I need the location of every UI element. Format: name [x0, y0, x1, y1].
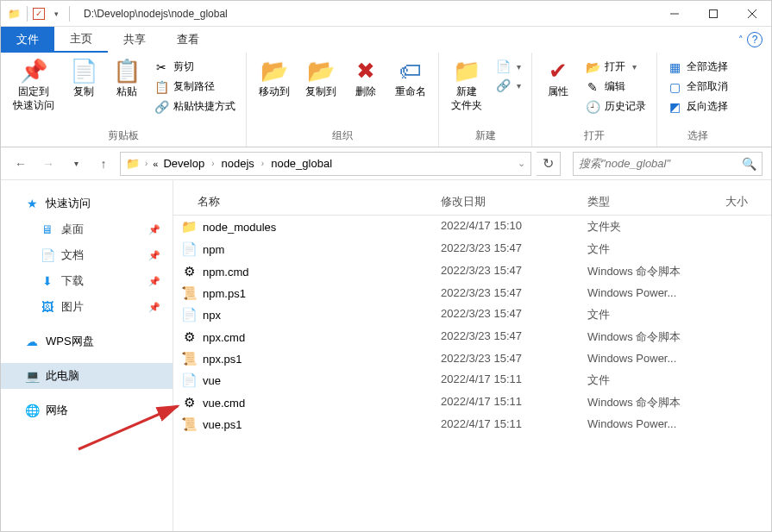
- maximize-button[interactable]: [694, 1, 732, 27]
- rename-icon: 🏷: [399, 59, 422, 82]
- file-icon: 📁: [182, 220, 196, 234]
- paste-button[interactable]: 📋 粘贴: [108, 56, 146, 103]
- select-none-icon: ▢: [668, 80, 681, 94]
- search-input[interactable]: [579, 157, 742, 170]
- chevron-right-icon[interactable]: ›: [210, 159, 216, 168]
- file-row[interactable]: 📄npm2022/3/23 15:47文件: [173, 238, 771, 260]
- qat-dropdown-icon[interactable]: ▾: [48, 6, 64, 22]
- column-date[interactable]: 修改日期: [432, 194, 579, 210]
- address-bar[interactable]: 📁 › « Develop › nodejs › node_global ⌄: [120, 152, 531, 176]
- svg-rect-1: [709, 9, 717, 17]
- properties-button[interactable]: ✔属性: [539, 56, 577, 103]
- copy-path-button[interactable]: 📋复制路径: [151, 78, 239, 96]
- sidebar-item-downloads[interactable]: ⬇下载📌: [1, 268, 173, 294]
- new-folder-button[interactable]: 📁新建 文件夹: [446, 56, 487, 116]
- history-icon: 🕘: [586, 100, 599, 114]
- file-icon: 📄: [182, 373, 196, 387]
- file-row[interactable]: ⚙vue.cmd2022/4/17 15:11Windows 命令脚本: [173, 391, 771, 414]
- select-all-button[interactable]: ▦全部选择: [664, 58, 731, 76]
- search-icon[interactable]: 🔍: [742, 157, 756, 171]
- file-type: Windows 命令脚本: [579, 264, 717, 279]
- file-name: npm: [203, 243, 224, 256]
- desktop-icon: 🖥: [41, 222, 54, 236]
- file-row[interactable]: 📜vue.ps12022/4/17 15:11Windows Power...: [173, 414, 771, 435]
- cut-button[interactable]: ✂剪切: [151, 58, 239, 76]
- column-headers: 名称 修改日期 类型 大小: [173, 189, 771, 216]
- open-icon: 📂: [586, 60, 599, 74]
- select-none-button[interactable]: ▢全部取消: [664, 78, 731, 96]
- breadcrumb-develop[interactable]: Develop: [161, 157, 206, 170]
- easy-access-icon: 🔗: [496, 78, 510, 92]
- tab-share[interactable]: 共享: [108, 27, 161, 53]
- search-box[interactable]: 🔍: [573, 152, 763, 176]
- pin-to-quick-access-button[interactable]: 📌 固定到 快速访问: [8, 56, 60, 116]
- file-icon: 📄: [182, 308, 196, 322]
- file-icon: 📜: [182, 352, 196, 366]
- file-date: 2022/4/17 15:10: [432, 219, 579, 235]
- file-row[interactable]: 📁node_modules2022/4/17 15:10文件夹: [173, 216, 771, 238]
- cloud-icon: ☁: [25, 335, 39, 348]
- column-name[interactable]: 名称: [173, 194, 432, 210]
- breadcrumb-nodejs[interactable]: nodejs: [220, 157, 256, 170]
- file-date: 2022/4/17 15:11: [432, 417, 579, 431]
- edit-button[interactable]: ✎编辑: [582, 78, 650, 96]
- file-row[interactable]: ⚙npm.cmd2022/3/23 15:47Windows 命令脚本: [173, 260, 771, 283]
- back-button[interactable]: ←: [9, 153, 32, 175]
- file-row[interactable]: 📜npx.ps12022/3/23 15:47Windows Power...: [173, 348, 771, 369]
- copyto-button[interactable]: 📂复制到: [300, 56, 342, 103]
- network-icon: 🌐: [25, 404, 39, 417]
- refresh-button[interactable]: ↻: [537, 152, 561, 176]
- delete-button[interactable]: ✖删除: [347, 56, 385, 103]
- chevron-up-icon[interactable]: ˄: [738, 34, 744, 46]
- moveto-button[interactable]: 📂移动到: [254, 56, 295, 103]
- sidebar-item-desktop[interactable]: 🖥桌面📌: [1, 216, 173, 242]
- ribbon: 📌 固定到 快速访问 📄 复制 📋 粘贴 ✂剪切 📋复制路径 🔗粘贴快捷方式: [1, 53, 771, 147]
- breadcrumb-node-global[interactable]: node_global: [269, 157, 334, 170]
- minimize-button[interactable]: [655, 1, 694, 27]
- help-icon[interactable]: ?: [747, 32, 763, 47]
- rename-button[interactable]: 🏷重命名: [390, 56, 431, 103]
- new-item-button[interactable]: 📄▾: [493, 58, 524, 75]
- chevron-right-icon[interactable]: ›: [143, 159, 149, 168]
- paste-shortcut-button[interactable]: 🔗粘贴快捷方式: [151, 97, 239, 116]
- cut-icon: ✂: [154, 60, 168, 74]
- delete-icon: ✖: [356, 59, 375, 82]
- checkbox-icon[interactable]: ✓: [33, 8, 45, 20]
- address-dropdown-icon[interactable]: ⌄: [518, 158, 525, 169]
- group-select-label: 选择: [664, 127, 731, 145]
- sidebar-item-pictures[interactable]: 🖼图片📌: [1, 294, 173, 320]
- chevron-right-icon[interactable]: ›: [260, 159, 266, 168]
- copy-button[interactable]: 📄 复制: [65, 56, 103, 103]
- history-button[interactable]: 🕘历史记录: [582, 97, 650, 116]
- tab-home[interactable]: 主页: [54, 27, 108, 53]
- history-dropdown-button[interactable]: ▾: [65, 153, 87, 175]
- sidebar-item-documents[interactable]: 📄文档📌: [1, 242, 173, 268]
- open-button[interactable]: 📂打开▾: [582, 58, 650, 76]
- copy-path-icon: 📋: [154, 80, 168, 94]
- file-type: Windows Power...: [579, 286, 717, 300]
- quick-access-toolbar: 📁 ✓ ▾: [1, 6, 77, 22]
- up-button[interactable]: ↑: [92, 153, 115, 175]
- forward-button[interactable]: →: [37, 153, 60, 175]
- column-type[interactable]: 类型: [579, 194, 717, 210]
- column-size[interactable]: 大小: [717, 194, 769, 210]
- file-name: npx.cmd: [203, 331, 245, 344]
- sidebar-item-wps[interactable]: ☁WPS网盘: [1, 329, 173, 354]
- tab-view[interactable]: 查看: [161, 27, 215, 53]
- file-date: 2022/4/17 15:11: [432, 395, 579, 410]
- file-name: vue: [203, 374, 221, 387]
- file-row[interactable]: 📄npx2022/3/23 15:47文件: [173, 304, 771, 326]
- file-row[interactable]: 📄vue2022/4/17 15:11文件: [173, 369, 771, 391]
- file-row[interactable]: 📜npm.ps12022/3/23 15:47Windows Power...: [173, 283, 771, 304]
- file-date: 2022/3/23 15:47: [432, 286, 579, 300]
- file-name: vue.cmd: [203, 397, 245, 410]
- sidebar-item-network[interactable]: 🌐网络: [1, 397, 173, 423]
- sidebar-item-this-pc[interactable]: 💻此电脑: [1, 363, 173, 389]
- close-button[interactable]: [732, 1, 771, 27]
- group-organize-label: 组织: [254, 127, 431, 145]
- tab-file[interactable]: 文件: [1, 27, 54, 53]
- sidebar-item-quick-access[interactable]: ★快速访问: [1, 191, 173, 216]
- easy-access-button[interactable]: 🔗▾: [493, 77, 524, 94]
- invert-selection-button[interactable]: ◩反向选择: [664, 97, 731, 116]
- file-row[interactable]: ⚙npx.cmd2022/3/23 15:47Windows 命令脚本: [173, 326, 771, 348]
